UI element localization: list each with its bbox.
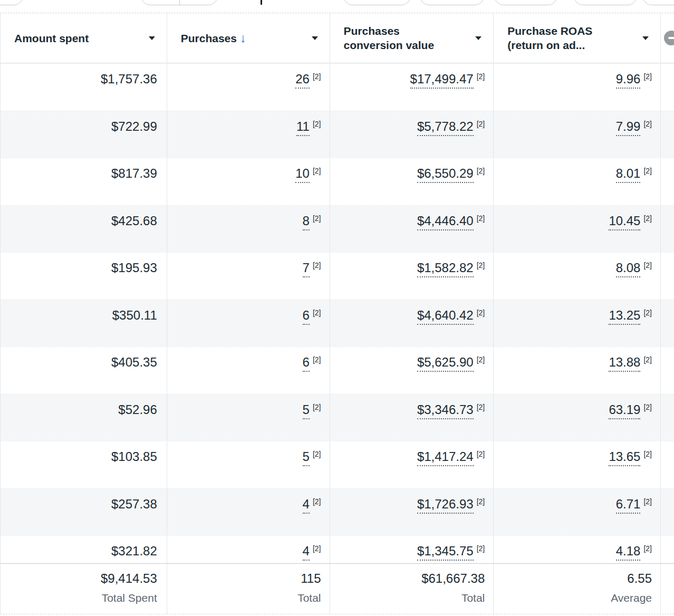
footnote-marker[interactable]: [2] <box>477 450 485 458</box>
roas-value[interactable]: 13.25 <box>609 307 640 325</box>
purchases-value[interactable]: 4 <box>303 543 310 561</box>
conversion-value[interactable]: $4,640.42 <box>417 307 474 325</box>
footnote-marker[interactable]: [2] <box>643 356 652 363</box>
conversion-value[interactable]: $5,625.90 <box>417 354 474 372</box>
purchases-value[interactable]: 6 <box>303 354 310 372</box>
purchases-value[interactable]: 5 <box>303 448 310 466</box>
cutoff-button[interactable] <box>574 0 637 5</box>
conversion-value[interactable]: $17,499.47 <box>410 71 474 89</box>
footnote-marker[interactable]: [2] <box>313 120 321 128</box>
footnote-marker[interactable]: [2] <box>477 356 485 363</box>
conversion-value-cell: $4,640.42[2] <box>330 300 494 347</box>
footnote-marker[interactable]: [2] <box>643 120 652 128</box>
footnote-marker[interactable]: [2] <box>643 545 652 552</box>
footnote-marker[interactable]: [2] <box>643 262 652 269</box>
roas-value[interactable]: 4.18 <box>616 543 641 561</box>
roas-value[interactable]: 63.19 <box>609 401 640 419</box>
table-row[interactable]: $425.68 8[2] $4,446.40[2] 10.45[2] <box>1 205 674 253</box>
purchases-value[interactable]: 7 <box>303 259 310 277</box>
conversion-value[interactable]: $3,346.73 <box>417 401 474 419</box>
table-row[interactable]: $1,757.36 26[2] $17,499.47[2] 9.96[2] <box>1 63 674 111</box>
roas-value[interactable]: 6.71 <box>616 496 641 514</box>
roas-value[interactable]: 7.99 <box>616 118 641 136</box>
footnote-marker[interactable]: [2] <box>477 498 485 505</box>
purchases-value[interactable]: 5 <box>303 401 310 419</box>
footnote-marker[interactable]: [2] <box>313 262 321 269</box>
table-row[interactable]: $321.82 4[2] $1,345.75[2] 4.18[2] <box>1 535 674 563</box>
footnote-marker[interactable]: [2] <box>643 309 652 316</box>
footnote-marker[interactable]: [2] <box>477 73 485 80</box>
cutoff-split-button-right[interactable] <box>179 0 217 5</box>
footnote-marker[interactable]: [2] <box>313 167 321 175</box>
header-amount-spent[interactable]: Amount spent <box>1 13 167 63</box>
conversion-value[interactable]: $1,417.24 <box>417 448 474 466</box>
table-row[interactable]: $405.35 6[2] $5,625.90[2] 13.88[2] <box>1 346 674 394</box>
footnote-marker[interactable]: [2] <box>313 309 321 316</box>
amount-spent-cell: $1,757.36 <box>1 64 167 111</box>
purchases-value[interactable]: 4 <box>303 496 310 514</box>
purchases-value[interactable]: 10 <box>295 165 310 183</box>
table-header-row: Amount spent Purchases↓ Purchasesconvers… <box>1 13 674 63</box>
purchases-value[interactable]: 11 <box>296 118 310 136</box>
footnote-marker[interactable]: [2] <box>313 498 321 505</box>
header-purchases[interactable]: Purchases↓ <box>167 13 330 63</box>
footnote-marker[interactable]: [2] <box>313 356 321 363</box>
table-row[interactable]: $817.39 10[2] $6,550.29[2] 8.01[2] <box>1 158 674 205</box>
roas-value[interactable]: 9.96 <box>616 71 641 89</box>
conversion-value[interactable]: $1,726.93 <box>417 496 474 514</box>
cutoff-button[interactable] <box>343 0 411 5</box>
footnote-marker[interactable]: [2] <box>477 120 485 128</box>
purchases-value[interactable]: 26 <box>295 71 310 89</box>
table-row[interactable]: $350.11 6[2] $4,640.42[2] 13.25[2] <box>1 300 674 347</box>
footnote-marker[interactable]: [2] <box>313 450 321 458</box>
footnote-marker[interactable]: [2] <box>313 403 321 411</box>
conversion-value[interactable]: $4,446.40 <box>417 213 474 230</box>
minus-circle-icon[interactable] <box>664 31 674 45</box>
caret-down-icon[interactable] <box>475 36 482 40</box>
cutoff-button[interactable] <box>494 0 557 5</box>
conversion-value[interactable]: $5,778.22 <box>417 118 474 136</box>
cutoff-split-button-left[interactable] <box>141 0 179 5</box>
footnote-marker[interactable]: [2] <box>643 403 652 411</box>
roas-value[interactable]: 13.88 <box>609 354 640 372</box>
table-row[interactable]: $722.99 11[2] $5,778.22[2] 7.99[2] <box>1 111 674 158</box>
caret-down-icon[interactable] <box>149 36 155 40</box>
purchases-value[interactable]: 8 <box>303 213 310 230</box>
roas-value[interactable]: 8.08 <box>616 259 641 277</box>
cutoff-button[interactable] <box>642 0 674 5</box>
header-purchases-conversion-value[interactable]: Purchasesconversion value <box>330 13 494 63</box>
footnote-marker[interactable]: [2] <box>643 450 652 458</box>
conversion-value[interactable]: $1,582.82 <box>417 259 474 277</box>
conversion-value-cell: $1,726.93[2] <box>330 489 494 536</box>
footnote-marker[interactable]: [2] <box>313 545 321 552</box>
footnote-marker[interactable]: [2] <box>643 73 652 80</box>
table-row[interactable]: $52.96 5[2] $3,346.73[2] 63.19[2] <box>1 394 674 441</box>
roas-value[interactable]: 8.01 <box>616 165 641 183</box>
table-row[interactable]: $257.38 4[2] $1,726.93[2] 6.71[2] <box>1 488 674 536</box>
footnote-marker[interactable]: [2] <box>643 167 652 175</box>
cutoff-button[interactable] <box>0 0 23 5</box>
footnote-marker[interactable]: [2] <box>477 262 485 269</box>
cutoff-button[interactable] <box>420 0 484 5</box>
table-row[interactable]: $195.93 7[2] $1,582.82[2] 8.08[2] <box>1 252 674 300</box>
footnote-marker[interactable]: [2] <box>477 545 485 552</box>
footnote-marker[interactable]: [2] <box>313 215 321 222</box>
footnote-marker[interactable]: [2] <box>313 73 321 80</box>
roas-value[interactable]: 13.65 <box>609 448 640 466</box>
cutoff-split-button[interactable] <box>141 0 218 5</box>
roas-value[interactable]: 10.45 <box>609 213 640 230</box>
footnote-marker[interactable]: [2] <box>477 215 485 222</box>
table-row[interactable]: $103.85 5[2] $1,417.24[2] 13.65[2] <box>1 441 674 488</box>
sort-descending-icon[interactable]: ↓ <box>240 31 246 45</box>
footnote-marker[interactable]: [2] <box>477 167 485 175</box>
caret-down-icon[interactable] <box>642 36 649 40</box>
footnote-marker[interactable]: [2] <box>643 215 652 222</box>
header-purchase-roas[interactable]: Purchase ROAS(return on ad... <box>494 13 661 63</box>
conversion-value[interactable]: $6,550.29 <box>417 165 474 183</box>
footnote-marker[interactable]: [2] <box>643 498 652 505</box>
purchases-value[interactable]: 6 <box>303 307 310 325</box>
conversion-value[interactable]: $1,345.75 <box>417 543 474 561</box>
footnote-marker[interactable]: [2] <box>477 309 485 316</box>
caret-down-icon[interactable] <box>312 36 318 40</box>
footnote-marker[interactable]: [2] <box>477 403 485 411</box>
